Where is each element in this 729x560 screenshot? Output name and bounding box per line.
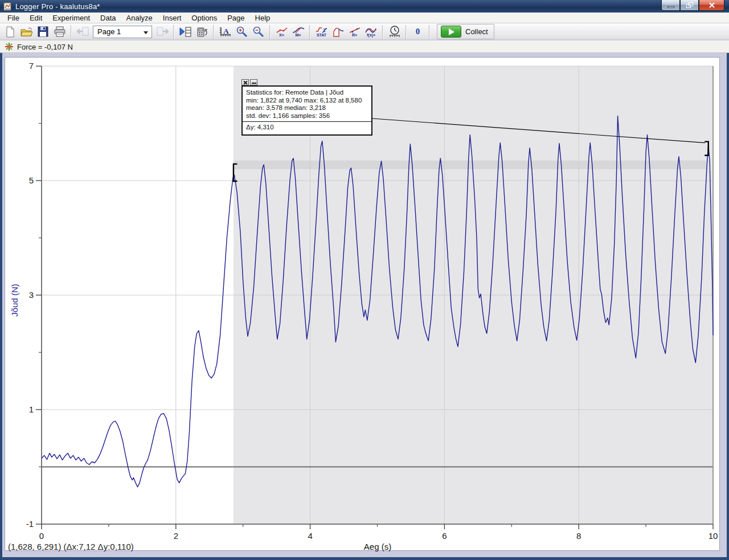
page-forward-icon [156,26,169,38]
data-table-icon [179,26,193,38]
zoom-in-icon [236,26,248,38]
toolbar-separator [309,25,310,39]
open-file-icon [21,26,33,38]
statistics-box[interactable]: Statistics for: Remote Data | Jõud min: … [241,85,372,136]
page-selector-dropdown[interactable]: Page 1 [93,26,152,38]
print-button[interactable] [52,24,67,39]
page-back-button[interactable] [75,24,91,39]
toolbar-separator [429,25,430,39]
stats-close-icon[interactable] [241,79,249,85]
curve-fit-label: f(x)= [367,33,375,37]
examine-button[interactable]: X= [274,24,289,39]
chevron-down-icon [144,31,148,34]
open-file-button[interactable] [19,24,34,39]
zoom-out-button[interactable] [251,24,266,39]
toolbar-separator [173,25,174,39]
toolbar-separator [269,25,271,39]
linear-fit-button[interactable]: R= [347,24,362,39]
zero-button[interactable]: 0 [410,24,425,39]
stats-std-samples: std. dev: 1,166 samples: 356 [243,112,371,120]
stats-title: Statistics for: Remote Data | Jõud [243,89,371,97]
autoscale-icon: A [219,26,232,38]
minimize-icon [667,6,674,8]
cursor-readout: (1,628, 6,291) (Δx:7,12 Δy:0,110) [8,542,134,551]
x-axis-label: Aeg (s) [364,542,391,551]
autoscale-button[interactable]: A [218,24,233,39]
stats-mean-median: mean: 3,578 median: 3,218 [243,104,371,112]
data-collection-button[interactable] [387,24,402,39]
data-table-button[interactable] [178,24,193,39]
menu-insert[interactable]: Insert [158,13,187,23]
toolbar: Page 1AX=M=2STATR=f(x)=0Collect [0,23,729,40]
logger-pro-window: Logger Pro - kaalutus8a* FileEditExperim… [0,0,729,560]
calculator-button[interactable] [194,24,210,39]
integral-button[interactable] [330,24,346,39]
collect-play-icon [441,26,461,38]
close-icon [708,2,715,9]
collect-button[interactable]: Collect [437,24,494,39]
page-selector-value: Page 1 [97,27,121,36]
examine-label: X= [279,33,284,37]
collect-label: Collect [465,27,488,36]
toolbar-separator [71,25,72,39]
stats-min-max: min: 1,822 at 9,740 max: 6,132 at 8,580 [243,97,371,105]
statistics-label: STAT [317,33,326,37]
menu-page[interactable]: Page [222,13,249,23]
tangent-button[interactable]: M= [290,24,306,39]
live-readout-icon [5,42,14,51]
tangent-label: M= [296,33,301,37]
restore-icon [686,2,693,8]
force-readout: Force = -0,107 N [17,43,73,51]
save-button[interactable] [35,24,51,39]
calculator-icon [196,26,208,38]
menu-edit[interactable]: Edit [24,13,47,23]
statistics-button[interactable]: 2STAT [314,24,329,39]
page-back-icon [77,26,89,38]
save-icon [38,26,48,37]
minimize-button[interactable] [661,0,680,11]
zoom-out-icon [252,26,264,38]
linear-fit-label: R= [352,33,357,37]
menu-file[interactable]: File [2,13,24,23]
new-file-icon [5,26,16,38]
menu-experiment[interactable]: Experiment [47,13,95,23]
toolbar-separator [382,25,383,39]
print-icon [54,26,66,37]
zoom-in-button[interactable] [234,24,249,39]
app-icon [3,2,12,11]
menu-data[interactable]: Data [95,13,121,23]
toolbar-separator [406,25,407,39]
toolbar-separator [213,25,214,39]
menubar: FileEditExperimentDataAnalyzeInsertOptio… [0,13,729,23]
stats-delta-y: Δy: 4,310 [243,121,371,133]
curve-fit-button[interactable]: f(x)= [363,24,379,39]
page-forward-button[interactable] [154,24,170,39]
close-button[interactable] [699,0,724,11]
window-title: Logger Pro - kaalutus8a* [15,2,100,11]
force-readout-bar: Force = -0,107 N [0,40,729,53]
new-file-button[interactable] [2,24,18,39]
menu-help[interactable]: Help [250,13,276,23]
integral-icon [332,26,345,38]
y-axis-label: Jõud (N) [10,284,19,317]
stats-collapse-icon[interactable] [250,79,257,85]
svg-text:A: A [223,27,229,35]
restore-button[interactable] [680,0,699,11]
menu-options[interactable]: Options [186,13,222,23]
menu-analyze[interactable]: Analyze [121,13,158,23]
data-collection-icon [388,26,402,38]
titlebar[interactable]: Logger Pro - kaalutus8a* [0,0,729,13]
stats-box-controls [241,79,257,85]
